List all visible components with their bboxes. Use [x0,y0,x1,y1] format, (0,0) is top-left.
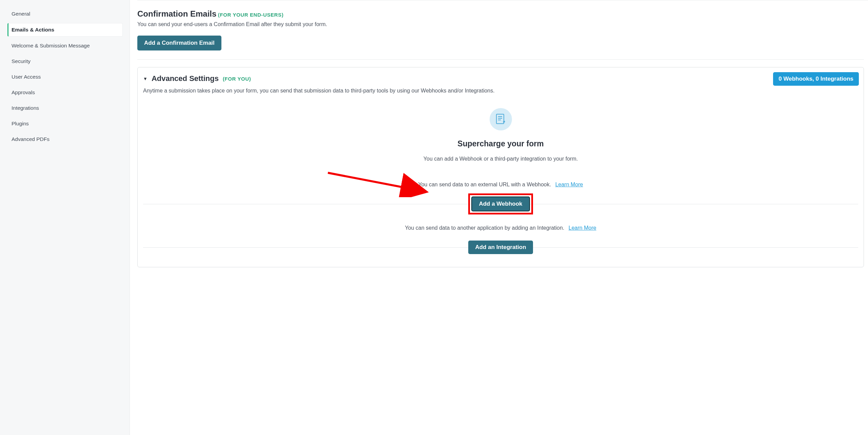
sidebar-item-welcome-submission[interactable]: Welcome & Submission Message [7,39,123,52]
section-description: You can send your end-users a Confirmati… [137,21,864,27]
collapse-caret-icon[interactable]: ▼ [143,76,147,81]
section-title: Confirmation Emails [137,9,216,19]
add-confirmation-email-button[interactable]: Add a Confirmation Email [137,36,221,50]
supercharge-title: Supercharge your form [143,139,858,148]
svg-rect-0 [496,114,504,124]
webhooks-integrations-badge[interactable]: 0 Webhooks, 0 Integrations [773,72,859,86]
learn-more-integration-link[interactable]: Learn More [569,225,596,231]
supercharge-description: You can add a Webhook or a third-party i… [143,156,858,162]
advanced-for-tag: (For you) [223,76,251,82]
integration-help-text: You can send data to another application… [143,225,858,231]
advanced-settings-card: ▼ Advanced Settings (For you) 0 Webhooks… [137,67,864,267]
sidebar-item-user-access[interactable]: User Access [7,70,123,83]
advanced-description: Anytime a submission takes place on your… [143,88,858,94]
sidebar-item-emails-actions[interactable]: Emails & Actions [7,23,123,37]
sidebar-item-security[interactable]: Security [7,55,123,68]
annotation-highlight: Add a Webhook [468,193,533,214]
add-webhook-button[interactable]: Add a Webhook [471,196,530,211]
settings-sidebar: General Emails & Actions Welcome & Submi… [0,0,130,435]
add-integration-button[interactable]: Add an Integration [468,241,533,254]
sidebar-item-general[interactable]: General [7,7,123,20]
learn-more-webhook-link[interactable]: Learn More [555,182,583,187]
confirmation-emails-section: Confirmation Emails (For your end-users)… [137,9,868,60]
sidebar-item-approvals[interactable]: Approvals [7,86,123,99]
webhook-help-text: You can send data to an external URL wit… [143,182,858,188]
document-icon [490,108,512,130]
sidebar-item-advanced-pdfs[interactable]: Advanced PDFs [7,133,123,146]
advanced-title: Advanced Settings [152,74,219,83]
section-for-tag: (For your end-users) [218,12,283,18]
main-content: Confirmation Emails (For your end-users)… [130,0,868,435]
sidebar-item-plugins[interactable]: Plugins [7,117,123,130]
sidebar-item-integrations[interactable]: Integrations [7,102,123,115]
